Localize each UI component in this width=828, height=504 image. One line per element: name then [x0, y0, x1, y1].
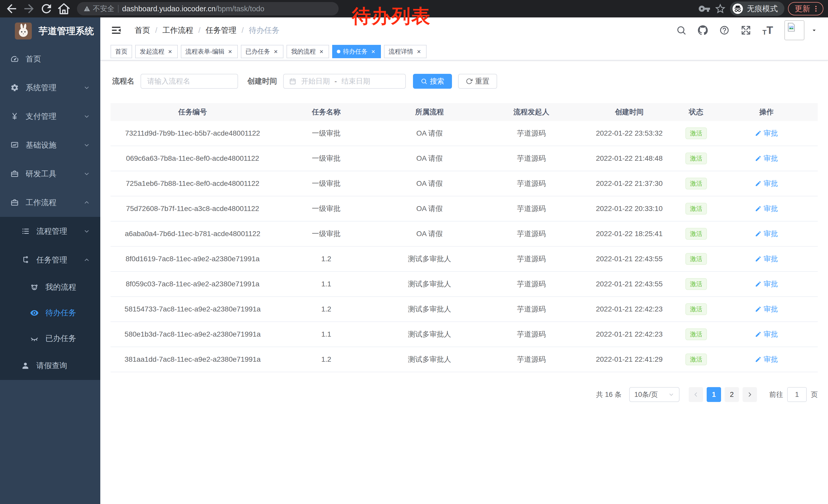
- chevron-up-icon: [83, 199, 90, 206]
- cell-task-name: 1.1: [275, 330, 378, 338]
- sidebar-item-待办任务[interactable]: 待办任务: [0, 300, 100, 326]
- tab-我的流程[interactable]: 我的流程 ×: [287, 45, 329, 58]
- fullscreen-icon[interactable]: [741, 25, 751, 35]
- range-separator: -: [334, 77, 337, 85]
- sidebar-item-基础设施[interactable]: 基础设施: [0, 131, 100, 159]
- page-number-button[interactable]: 2: [724, 387, 739, 402]
- approve-button[interactable]: 审批: [755, 129, 778, 138]
- address-bar[interactable]: 不安全 dashboard.yudao.iocoder.cn/bpm/task/…: [77, 2, 339, 15]
- breadcrumb-separator: /: [198, 26, 200, 35]
- breadcrumb-item[interactable]: 首页: [135, 25, 150, 36]
- page-number-button[interactable]: 1: [707, 387, 721, 402]
- search-button[interactable]: 搜索: [413, 74, 452, 89]
- chevron-down-icon: [83, 113, 90, 120]
- approve-button[interactable]: 审批: [755, 329, 778, 339]
- cell-process: 测试多审批人: [378, 279, 481, 289]
- sidebar-collapse-icon[interactable]: [111, 25, 122, 36]
- cell-task-name: 一级审批: [275, 153, 378, 163]
- tab-发起流程[interactable]: 发起流程 ×: [135, 45, 178, 58]
- approve-button[interactable]: 审批: [755, 279, 778, 289]
- cell-process: OA 请假: [378, 229, 481, 239]
- prev-page-button[interactable]: [689, 387, 703, 402]
- approve-button[interactable]: 审批: [755, 355, 778, 364]
- reload-icon[interactable]: [40, 2, 53, 16]
- next-page-button[interactable]: [743, 387, 757, 402]
- close-icon[interactable]: ×: [273, 48, 279, 55]
- sidebar-item-任务管理[interactable]: 任务管理: [0, 245, 100, 274]
- sidebar-item-流程管理[interactable]: 流程管理: [0, 217, 100, 245]
- page-size-select[interactable]: 10条/页: [629, 387, 679, 402]
- sidebar-menu: 首页 系统管理 支付管理 基础设施 研发工具 工作流程: [0, 45, 100, 217]
- font-size-icon[interactable]: TT: [762, 25, 773, 36]
- tab-待办任务[interactable]: 待办任务 ×: [332, 45, 381, 58]
- task-icon: [21, 256, 32, 264]
- search-icon[interactable]: [676, 25, 687, 35]
- sidebar-item-支付管理[interactable]: 支付管理: [0, 102, 100, 131]
- close-icon[interactable]: ×: [416, 48, 422, 55]
- calendar-icon: [289, 78, 296, 85]
- yen-icon: [10, 112, 22, 121]
- column-header: 状态: [677, 107, 715, 117]
- browser-chrome: 不安全 dashboard.yudao.iocoder.cn/bpm/task/…: [0, 0, 828, 17]
- sidebar-item-我的流程[interactable]: 我的流程: [0, 274, 100, 300]
- approve-button[interactable]: 审批: [755, 204, 778, 214]
- url-text: dashboard.yudao.iocoder.cn/bpm/task/todo: [122, 5, 264, 13]
- approve-button[interactable]: 审批: [755, 254, 778, 264]
- close-icon[interactable]: ×: [370, 48, 376, 55]
- back-icon[interactable]: [5, 2, 18, 16]
- tab-首页[interactable]: 首页: [111, 45, 132, 58]
- update-button[interactable]: 更新: [788, 2, 823, 15]
- github-icon[interactable]: [698, 25, 708, 35]
- cell-task-id: 069c6a63-7b8a-11ec-8ef0-acde48001122: [111, 154, 275, 163]
- chevron-down-icon: [83, 84, 90, 91]
- close-icon[interactable]: ×: [167, 48, 173, 55]
- approve-button[interactable]: 审批: [755, 179, 778, 188]
- chevron-down-icon: [83, 171, 90, 177]
- close-icon[interactable]: ×: [318, 48, 325, 55]
- tab-流程详情[interactable]: 流程详情 ×: [384, 45, 426, 58]
- close-icon[interactable]: ×: [227, 48, 233, 55]
- avatar[interactable]: [784, 20, 804, 40]
- caret-down-icon[interactable]: [811, 27, 818, 34]
- cell-initiator: 芋道源码: [481, 279, 581, 289]
- sidebar-item-工作流程[interactable]: 工作流程: [0, 188, 100, 217]
- security-chip[interactable]: 不安全: [84, 4, 114, 13]
- sidebar-item-已办任务[interactable]: 已办任务: [0, 326, 100, 351]
- approve-button[interactable]: 审批: [755, 229, 778, 239]
- incognito-badge: 无痕模式: [730, 2, 784, 16]
- star-icon[interactable]: [714, 3, 727, 15]
- approve-button[interactable]: 审批: [755, 153, 778, 163]
- reset-button[interactable]: 重置: [458, 74, 497, 89]
- status-badge: 激活: [686, 278, 707, 290]
- tab-已办任务[interactable]: 已办任务 ×: [241, 45, 283, 58]
- column-header: 任务编号: [111, 107, 275, 117]
- forward-icon[interactable]: [22, 2, 36, 16]
- help-icon[interactable]: [719, 25, 730, 35]
- sidebar-item-label: 研发工具: [26, 169, 56, 179]
- approve-button[interactable]: 审批: [755, 304, 778, 314]
- chevron-up-icon: [83, 257, 90, 263]
- table-row: 580e1b3d-7ac8-11ec-a9e2-a2380e71991a 1.1…: [111, 322, 818, 347]
- cell-process: OA 请假: [378, 179, 481, 188]
- chevron-down-icon: [83, 142, 90, 148]
- gear-icon: [10, 83, 22, 92]
- home-icon[interactable]: [57, 2, 71, 16]
- table-body: 73211d9d-7b9b-11ec-b5b7-acde48001122 一级审…: [111, 121, 818, 372]
- cell-initiator: 芋道源码: [481, 304, 581, 314]
- breadcrumb-item[interactable]: 工作流程: [162, 25, 193, 36]
- sidebar-item-系统管理[interactable]: 系统管理: [0, 73, 100, 102]
- key-icon[interactable]: [698, 3, 710, 15]
- date-range-picker[interactable]: 开始日期 - 结束日期: [283, 74, 406, 89]
- workflow-icon: [10, 198, 22, 207]
- sidebar-item-首页[interactable]: 首页: [0, 45, 100, 73]
- column-header: 任务名称: [275, 107, 378, 117]
- table-row: 75d72608-7b7f-11ec-a3c8-acde48001122 一级审…: [111, 196, 818, 222]
- breadcrumb-item[interactable]: 任务管理: [206, 25, 237, 36]
- app-logo[interactable]: 芋道管理系统: [0, 17, 100, 45]
- goto-page-input[interactable]: [787, 387, 807, 402]
- tab-流程表单-编辑[interactable]: 流程表单-编辑 ×: [181, 45, 238, 58]
- sidebar-item-研发工具[interactable]: 研发工具: [0, 159, 100, 188]
- sidebar-item-请假查询[interactable]: 请假查询: [0, 351, 100, 380]
- process-name-input[interactable]: [140, 74, 238, 89]
- status-badge: 激活: [686, 354, 707, 365]
